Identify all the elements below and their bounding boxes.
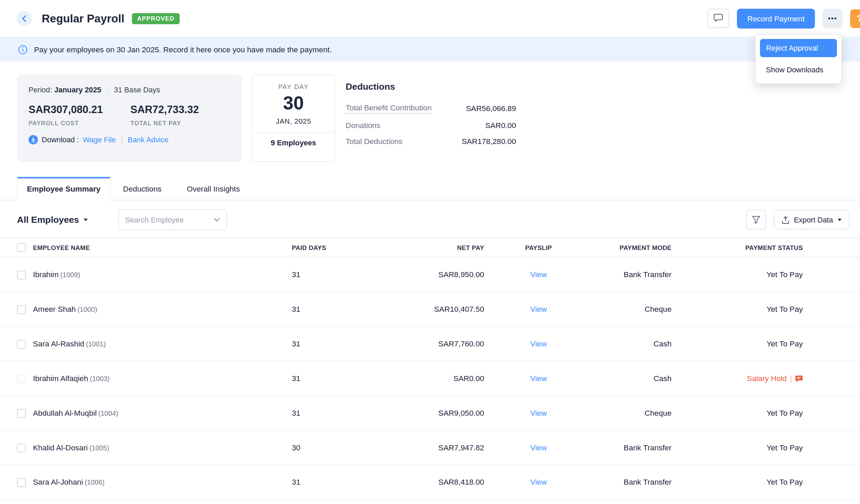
paid-days: 31 [289,257,352,292]
employee-name: Ibrahim Alfaqieh [33,374,88,383]
filter-button[interactable] [746,210,766,229]
payslip-view-link[interactable]: View [530,339,547,348]
payslip-view-link[interactable]: View [530,270,547,279]
bank-advice-link[interactable]: Bank Advice [128,135,169,144]
search-placeholder: Search Employee [125,216,184,224]
amounts: SAR307,080.21 PAYROLL COST SAR72,733.32 … [29,104,230,126]
payment-status: Yet To Pay [766,270,803,279]
employee-id: (1000) [77,306,97,313]
col-paid-days: PAID DAYS [289,238,352,257]
info-banner: Pay your employees on 30 Jan 2025. Recor… [0,38,860,61]
deduction-row: Total Benefit Contribution SAR56,066.89 [346,100,516,117]
comment-icon [795,375,803,383]
payment-status: Yet To Pay [766,409,803,417]
payslip-view-link[interactable]: View [530,374,547,383]
payment-mode: Bank Transfer [585,430,679,465]
deduction-label: Total Deductions [346,136,402,145]
payslip-view-link[interactable]: View [530,409,547,417]
employee-table: EMPLOYEE NAME PAID DAYS NET PAY PAYSLIP … [0,238,860,500]
payment-mode: Cash [585,361,679,396]
deduction-label: Total Benefit Contribution [346,103,432,114]
paid-days: 31 [289,326,352,361]
row-checkbox[interactable] [17,409,26,418]
deduction-value: SAR178,280.00 [462,136,516,145]
menu-item-show-downloads[interactable]: Show Downloads [760,61,837,79]
banner-text: Pay your employees on 30 Jan 2025. Recor… [34,45,332,54]
payment-status: Yet To Pay [766,305,803,313]
hold-comment[interactable]: | [790,375,803,383]
col-employee-name: EMPLOYEE NAME [30,238,289,257]
period-value: January 2025 [54,86,101,94]
employee-name: Ameer Shah [33,305,76,313]
wage-file-link[interactable]: Wage File [83,135,116,144]
net-pay: SAR7,760.00 [352,326,492,361]
chevron-down-icon [214,218,220,221]
row-checkbox[interactable] [17,270,26,279]
comment-icon [713,13,723,24]
row-checkbox[interactable] [17,444,26,453]
net-pay-block: SAR72,733.32 TOTAL NET PAY [130,104,199,126]
help-button[interactable]: ? [850,9,860,28]
record-payment-button[interactable]: Record Payment [736,9,815,28]
payslip-view-link[interactable]: View [530,443,547,452]
employee-id: (1006) [85,479,104,487]
payment-status: Yet To Pay [766,339,803,348]
back-button[interactable] [16,11,32,26]
employee-id: (1009) [60,271,80,279]
row-checkbox[interactable] [17,340,26,349]
paid-days: 31 [289,464,352,499]
summary-section: Period: January 2025 31 Base Days SAR307… [17,75,849,162]
deductions-title: Deductions [346,81,516,92]
tab-employee-summary[interactable]: Employee Summary [17,177,111,201]
select-all-checkbox[interactable] [17,243,26,252]
payment-mode: Cash [585,326,679,361]
row-checkbox[interactable] [17,305,26,314]
chevron-down-icon [83,218,88,221]
export-icon [781,216,789,224]
employee-name: Sara Al-Johani [33,477,83,486]
payment-status: Yet To Pay [766,443,803,452]
download-label: Download : [42,135,79,144]
more-options-button[interactable]: ••• [822,9,842,28]
tab-deductions[interactable]: Deductions [111,178,174,200]
period-line: Period: January 2025 31 Base Days [29,86,230,94]
payroll-cost-block: SAR307,080.21 PAYROLL COST [29,104,103,126]
table-header-row: EMPLOYEE NAME PAID DAYS NET PAY PAYSLIP … [0,238,860,257]
deduction-row: Total Deductions SAR178,280.00 [346,133,516,149]
payroll-cost-value: SAR307,080.21 [29,104,103,116]
paid-days: 31 [289,292,352,326]
paid-days: 31 [289,361,352,396]
payment-status: Salary Hold [747,374,787,382]
divider: | [790,375,792,383]
payment-mode: Cheque [585,396,679,430]
more-options-menu: Reject Approval Show Downloads [755,34,842,84]
payslip-view-link[interactable]: View [530,305,547,313]
search-employee-select[interactable]: Search Employee [118,209,227,230]
table-row: Sara Al-Rashid(1001) 31 SAR7,760.00 View… [0,326,860,361]
comments-button[interactable] [707,9,729,28]
employee-id: (1001) [86,340,106,348]
paid-days: 31 [289,396,352,430]
col-payment-mode: PAYMENT MODE [585,238,679,257]
chevron-left-icon [22,15,27,21]
net-pay-value: SAR72,733.32 [130,104,199,116]
payslip-view-link[interactable]: View [530,477,547,486]
net-pay: SAR7,947.82 [352,430,492,465]
export-label: Export Data [794,216,833,224]
payment-status: Yet To Pay [766,477,803,486]
net-pay: SAR0.00 [352,361,492,396]
deduction-row: Donations SAR0.00 [346,117,516,133]
payday-day: 30 [252,93,334,112]
tab-overall-insights[interactable]: Overall Insights [174,178,252,200]
row-checkbox[interactable] [17,374,26,383]
employee-name: Abdullah Al-Muqbil [33,409,97,417]
export-data-button[interactable]: Export Data [774,210,850,229]
divider [108,86,108,94]
net-pay: SAR9,050.00 [352,396,492,430]
employee-filter-dropdown[interactable]: All Employees [17,214,88,225]
funnel-icon [751,215,760,224]
col-payslip: PAYSLIP [492,238,585,257]
row-checkbox[interactable] [17,478,26,487]
info-icon [18,45,27,54]
menu-item-reject-approval[interactable]: Reject Approval [760,39,837,57]
